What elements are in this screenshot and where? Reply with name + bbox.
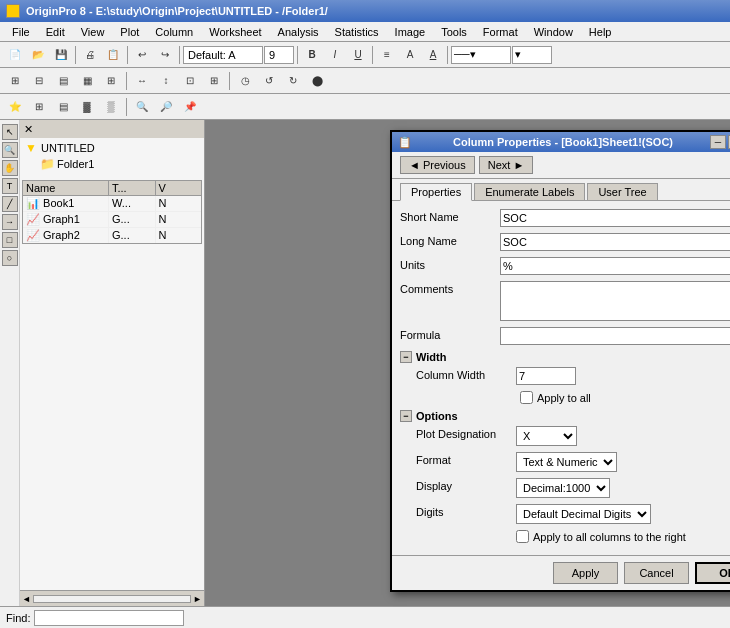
tool-arrow2[interactable]: →	[2, 214, 18, 230]
save-btn[interactable]: 💾	[50, 44, 72, 66]
scroll-right[interactable]: ►	[191, 594, 204, 604]
scroll-left[interactable]: ◄	[20, 594, 33, 604]
t2-btn4[interactable]: ▦	[76, 70, 98, 92]
style-dropdown[interactable]: ──▾	[451, 46, 511, 64]
dialog-title-text: Column Properties - [Book1]Sheet1!(SOC)	[453, 136, 673, 148]
applytoall-checkbox[interactable]	[520, 391, 533, 404]
number-dropdown[interactable]: ▾	[512, 46, 552, 64]
font-name[interactable]: Default: A	[183, 46, 263, 64]
status-bar: Find:	[0, 606, 730, 628]
t3-btn1[interactable]: ⭐	[4, 96, 26, 118]
menu-image[interactable]: Image	[387, 24, 434, 40]
t2-btn8[interactable]: ⊡	[179, 70, 201, 92]
menu-column[interactable]: Column	[147, 24, 201, 40]
tool-arrow[interactable]: ↖	[2, 124, 18, 140]
align-left-btn[interactable]: ≡	[376, 44, 398, 66]
width-collapse-btn[interactable]: −	[400, 351, 412, 363]
t2-btn2[interactable]: ⊟	[28, 70, 50, 92]
tool-zoom[interactable]: 🔍	[2, 142, 18, 158]
sidebar-close[interactable]: ✕	[24, 123, 33, 136]
t3-btn2[interactable]: ⊞	[28, 96, 50, 118]
digits-select[interactable]: Default Decimal Digits Significant Digit…	[516, 504, 651, 524]
tab-usertree[interactable]: User Tree	[587, 183, 657, 200]
tool-pan[interactable]: ✋	[2, 160, 18, 176]
new-btn[interactable]: 📄	[4, 44, 26, 66]
tool-rect[interactable]: □	[2, 232, 18, 248]
cancel-btn[interactable]: Cancel	[624, 562, 689, 584]
font-color-btn[interactable]: A	[399, 44, 421, 66]
menu-edit[interactable]: Edit	[38, 24, 73, 40]
bg-color-btn[interactable]: A	[422, 44, 444, 66]
t2-btn9[interactable]: ⊞	[203, 70, 225, 92]
font-size[interactable]: 9	[264, 46, 294, 64]
display-select[interactable]: Decimal:1000 Scientific Engineering	[516, 478, 610, 498]
prev-btn[interactable]: ◄ Previous	[400, 156, 475, 174]
tool-line[interactable]: ╱	[2, 196, 18, 212]
apply-btn[interactable]: Apply	[553, 562, 618, 584]
tool-ellipse[interactable]: ○	[2, 250, 18, 266]
tab-enumerate[interactable]: Enumerate Labels	[474, 183, 585, 200]
t2-btn10[interactable]: ◷	[234, 70, 256, 92]
tree-item-folder1[interactable]: 📁 Folder1	[22, 156, 202, 172]
menu-view[interactable]: View	[73, 24, 113, 40]
t2-btn7[interactable]: ↕	[155, 70, 177, 92]
table-row-graph2[interactable]: 📈 Graph2 G... N	[23, 228, 201, 243]
minimize-btn[interactable]: ─	[710, 135, 726, 149]
menu-window[interactable]: Window	[526, 24, 581, 40]
t2-btn13[interactable]: ⬤	[306, 70, 328, 92]
t3-btn3[interactable]: ▤	[52, 96, 74, 118]
tab-properties[interactable]: Properties	[400, 183, 472, 201]
t3-btn4[interactable]: ▓	[76, 96, 98, 118]
longname-input[interactable]	[500, 233, 730, 251]
bold-btn[interactable]: B	[301, 44, 323, 66]
folder-icon-untitled: ▼	[24, 141, 38, 155]
menu-format[interactable]: Format	[475, 24, 526, 40]
print-btn[interactable]: 🖨	[79, 44, 101, 66]
t2-btn6[interactable]: ↔	[131, 70, 153, 92]
table-row-book1[interactable]: 📊 Book1 W... N	[23, 196, 201, 212]
sidebar-scrollbar[interactable]: ◄ ►	[20, 590, 204, 606]
t2-btn1[interactable]: ⊞	[4, 70, 26, 92]
copy-btn[interactable]: 📋	[102, 44, 124, 66]
options-section-header: − Options	[400, 410, 730, 422]
redo-btn[interactable]: ↪	[154, 44, 176, 66]
menu-worksheet[interactable]: Worksheet	[201, 24, 269, 40]
format-select[interactable]: Text & Numeric Numeric Text Date Time	[516, 452, 617, 472]
sep1	[75, 46, 76, 64]
t2-btn12[interactable]: ↻	[282, 70, 304, 92]
next-btn[interactable]: Next ►	[479, 156, 534, 174]
t2-btn5[interactable]: ⊞	[100, 70, 122, 92]
menu-help[interactable]: Help	[581, 24, 620, 40]
plotdesig-select[interactable]: X Y Z Y Error X Error Label None	[516, 426, 577, 446]
italic-btn[interactable]: I	[324, 44, 346, 66]
ok-btn[interactable]: OK	[695, 562, 730, 584]
t2-btn11[interactable]: ↺	[258, 70, 280, 92]
menu-statistics[interactable]: Statistics	[327, 24, 387, 40]
options-collapse-btn[interactable]: −	[400, 410, 412, 422]
t3-btn8[interactable]: 📌	[179, 96, 201, 118]
tree-item-untitled[interactable]: ▼ UNTITLED	[22, 140, 202, 156]
applyright-checkbox[interactable]	[516, 530, 529, 543]
undo-btn[interactable]: ↩	[131, 44, 153, 66]
menu-tools[interactable]: Tools	[433, 24, 475, 40]
shortname-input[interactable]	[500, 209, 730, 227]
table-row-graph1[interactable]: 📈 Graph1 G... N	[23, 212, 201, 228]
comments-input[interactable]	[500, 281, 730, 321]
t3-btn6[interactable]: 🔍	[131, 96, 153, 118]
format-label: Format	[416, 452, 516, 466]
t3-btn7[interactable]: 🔎	[155, 96, 177, 118]
t2-btn3[interactable]: ▤	[52, 70, 74, 92]
open-btn[interactable]: 📂	[27, 44, 49, 66]
menu-analysis[interactable]: Analysis	[270, 24, 327, 40]
tool-text[interactable]: T	[2, 178, 18, 194]
menu-file[interactable]: File	[4, 24, 38, 40]
t3-btn5[interactable]: ▒	[100, 96, 122, 118]
find-input[interactable]	[34, 610, 184, 626]
units-input[interactable]	[500, 257, 730, 275]
menu-bar: File Edit View Plot Column Worksheet Ana…	[0, 22, 730, 42]
underline-btn[interactable]: U	[347, 44, 369, 66]
formula-input[interactable]	[500, 327, 730, 345]
sidebar-table: Name T... V 📊 Book1 W... N 📈 Graph1 G...…	[22, 180, 202, 244]
menu-plot[interactable]: Plot	[112, 24, 147, 40]
colwidth-input[interactable]	[516, 367, 576, 385]
